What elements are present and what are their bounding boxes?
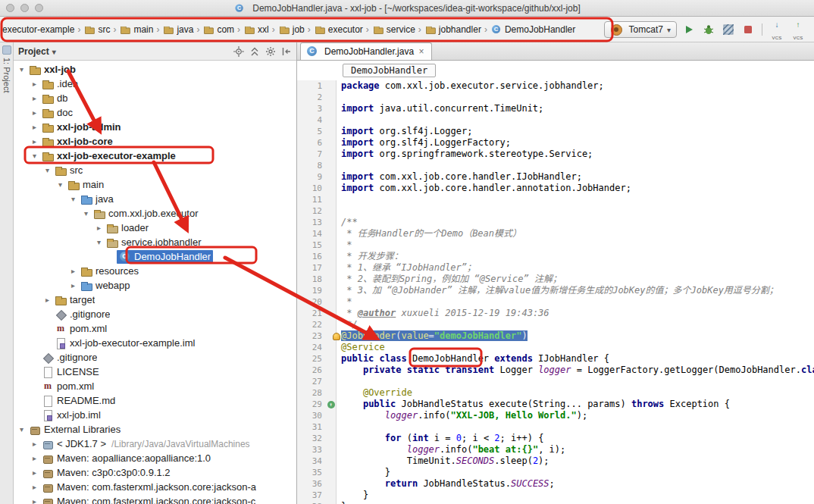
close-tab-icon[interactable] [417,46,426,57]
lib-icon [42,496,54,504]
code-text: } [337,490,814,501]
collapsed-arrow-icon[interactable]: ▸ [30,440,39,448]
collapsed-arrow-icon[interactable]: ▸ [30,468,39,477]
expanded-arrow-icon[interactable]: ▾ [94,238,104,246]
maximize-window-button[interactable] [35,4,43,12]
tree-item-xxl-job-executor-example-iml[interactable]: xxl-job-executor-example.iml [14,336,296,350]
collapsed-arrow-icon[interactable]: ▸ [30,497,39,504]
tree-item-jdk1-7[interactable]: ▸< JDK1.7 >/Library/Java/JavaVirtualMach… [14,437,296,451]
package-icon [106,236,118,249]
expanded-arrow-icon[interactable]: ▾ [17,65,27,74]
tree-item-webapp[interactable]: ▸webapp [14,278,296,293]
tree-item-gitignore[interactable]: .gitignore [14,350,296,365]
breadcrumb-item-com[interactable]: com [202,23,235,36]
breadcrumb-item-jobhandler[interactable]: jobhandler [424,23,482,36]
line-number: 15 [297,239,326,251]
tree-item-main[interactable]: ▾main [14,177,296,192]
override-marker-icon[interactable]: ↑ [327,401,335,409]
stop-button[interactable] [740,22,756,37]
expanded-arrow-icon[interactable]: ▾ [68,195,78,203]
code-text: package com.xxl.job.executor.service.job… [337,80,814,92]
collapsed-arrow-icon[interactable]: ▸ [30,108,39,117]
breadcrumb-item-src[interactable]: src [83,23,111,36]
project-view-selector[interactable]: Project [18,46,56,57]
tree-item-demojobhandler[interactable]: DemoJobHandler [14,249,296,264]
code-line: 22 */ [297,319,814,330]
expanded-arrow-icon[interactable]: ▾ [81,209,91,218]
tree-item-maven-aopalliance-aopalliance-1-0[interactable]: ▸Maven: aopalliance:aopalliance:1.0 [14,451,296,465]
tree-item-xxl-job[interactable]: ▾xxl-job [14,62,296,77]
breadcrumb-item-main[interactable]: main [118,23,154,36]
breadcrumb-item-job[interactable]: job [277,23,305,36]
tree-item-gitignore[interactable]: .gitignore [14,307,296,321]
collapsed-arrow-icon[interactable]: ▸ [94,224,104,232]
tree-item-pom-xml[interactable]: pom.xml [14,321,296,336]
tree-item-label: pom.xml [70,323,107,334]
code-text: @Service [337,342,814,353]
breadcrumb-item-executor[interactable]: executor [313,23,364,36]
expanded-arrow-icon[interactable]: ▾ [30,152,39,160]
tree-item-doc[interactable]: ▸doc [14,105,296,120]
run-button[interactable] [681,22,697,37]
tree-item-java[interactable]: ▾java [14,192,296,206]
expanded-arrow-icon[interactable]: ▾ [17,425,27,434]
tree-item-db[interactable]: ▸db [14,91,296,105]
tree-item-idea[interactable]: ▸.idea [14,77,296,91]
tree-item-xxl-job-core[interactable]: ▸xxl-job-core [14,134,296,149]
tree-item-license[interactable]: LICENSE [14,365,296,379]
tab-demojobhandler-java[interactable]: DemoJobHandler.java [300,42,432,60]
tree-item-readme-md[interactable]: README.md [14,393,296,408]
hide-panel-icon[interactable] [281,46,292,57]
tree-item-external-libraries[interactable]: ▾External Libraries [14,422,296,437]
scroll-to-source-icon[interactable] [233,46,244,57]
tree-item-resources[interactable]: ▸resources [14,264,296,278]
debug-button[interactable] [701,22,716,37]
breadcrumb-item-xxl[interactable]: xxl [243,23,270,36]
expanded-arrow-icon[interactable]: ▾ [55,180,65,189]
run-config-selector[interactable]: Tomcat7 [604,21,677,38]
tree-item-maven-com-fasterxml-jackson-core-jackson-c[interactable]: ▸Maven: com.fasterxml.jackson.core:jacks… [14,494,296,504]
settings-gear-icon[interactable] [265,46,276,57]
breadcrumb-item-service[interactable]: service [371,23,416,36]
collapse-all-icon[interactable] [249,46,260,57]
breadcrumb-item-demojobhandler[interactable]: DemoJobHandler [490,23,576,36]
collapsed-arrow-icon[interactable]: ▸ [68,281,78,290]
code-line: 29↑ public JobHandleStatus execute(Strin… [297,399,814,410]
code-area[interactable]: 1package com.xxl.job.executor.service.jo… [297,80,814,504]
tree-item-xxl-job-executor-example[interactable]: ▾xxl-job-executor-example [14,149,296,163]
vcs-commit-button[interactable] [790,22,806,37]
collapsed-arrow-icon[interactable]: ▸ [30,94,39,102]
collapsed-arrow-icon[interactable]: ▸ [30,454,39,462]
code-text [337,205,814,217]
code-text: * @author xuxueli 2015-12-19 19:43:36 [337,308,814,319]
collapsed-arrow-icon[interactable]: ▸ [30,80,39,88]
tree-item-pom-xml[interactable]: pom.xml [14,379,296,393]
intention-bulb-icon[interactable] [333,333,340,340]
collapsed-arrow-icon[interactable]: ▸ [68,267,78,275]
close-window-button[interactable] [6,4,14,12]
collapsed-arrow-icon[interactable]: ▸ [30,137,39,146]
breadcrumb-item-java[interactable]: java [161,23,194,36]
breadcrumb-item-executor-example[interactable]: executor-example [2,24,75,35]
project-tool-window-icon[interactable] [2,45,11,55]
project-tool-window-button[interactable]: 1: Project [2,58,11,92]
tree-item-maven-com-fasterxml-jackson-core-jackson-a[interactable]: ▸Maven: com.fasterxml.jackson.core:jacks… [14,480,296,494]
expanded-arrow-icon[interactable]: ▾ [42,166,52,174]
vcs-update-button[interactable] [769,22,785,37]
iml-icon [42,409,54,421]
debug-icon [703,24,714,35]
tree-item-xxl-job-iml[interactable]: xxl-job.iml [14,408,296,422]
tree-item-service-jobhandler[interactable]: ▾service.jobhandler [14,235,296,249]
coverage-button[interactable] [721,22,736,37]
collapsed-arrow-icon[interactable]: ▸ [42,296,52,304]
tree-item-maven-c3p0-c3p0-0-9-1-2[interactable]: ▸Maven: c3p0:c3p0:0.9.1.2 [14,465,296,480]
tree-item-xxl-job-admin[interactable]: ▸xxl-job-admin [14,120,296,134]
tree-item-target[interactable]: ▸target [14,293,296,307]
minimize-window-button[interactable] [20,4,29,12]
tree-item-src[interactable]: ▾src [14,163,296,177]
collapsed-arrow-icon[interactable]: ▸ [30,483,39,491]
tree-item-loader[interactable]: ▸loader [14,221,296,235]
collapsed-arrow-icon[interactable]: ▸ [30,123,39,131]
tree-item-com-xxl-job-executor[interactable]: ▾com.xxl.job.executor [14,206,296,221]
class-breadcrumb-chip[interactable]: DemoJobHandler [343,64,436,77]
